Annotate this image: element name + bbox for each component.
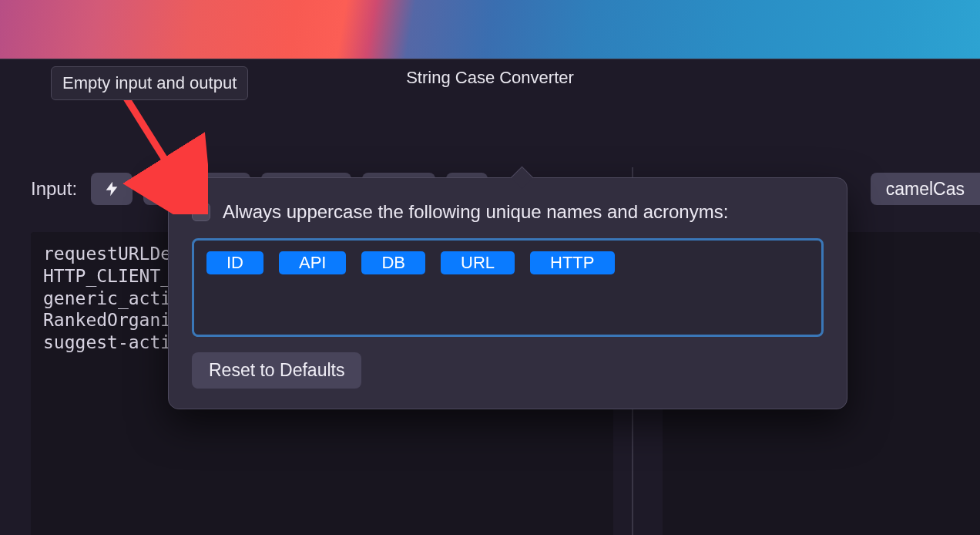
popover-checkbox-row: Always uppercase the following unique na… — [192, 201, 824, 223]
acronym-tag[interactable]: HTTP — [530, 251, 614, 274]
input-line: generic_acti — [43, 288, 171, 308]
window-title: String Case Converter — [406, 68, 574, 88]
always-uppercase-checkbox[interactable] — [192, 203, 210, 221]
desktop-background — [0, 0, 980, 59]
acronym-tag-input[interactable]: ID API DB URL HTTP — [192, 238, 824, 337]
reset-to-defaults-button[interactable]: Reset to Defaults — [192, 352, 361, 389]
tooltip: Empty input and output — [51, 66, 248, 100]
acronym-tag[interactable]: ID — [206, 251, 263, 274]
acronym-tag[interactable]: API — [279, 251, 346, 274]
acronym-tag[interactable]: DB — [361, 251, 425, 274]
bolt-button[interactable] — [91, 173, 133, 205]
bolt-icon — [103, 180, 120, 198]
case-mode-button[interactable]: camelCas — [871, 173, 980, 205]
always-uppercase-label: Always uppercase the following unique na… — [223, 201, 728, 223]
input-line: RankedOrgani — [43, 310, 171, 330]
settings-popover: Always uppercase the following unique na… — [168, 177, 847, 409]
acronym-tag[interactable]: URL — [441, 251, 515, 274]
input-line: HTTP_CLIENT_ — [43, 266, 171, 286]
input-line: requestURLDe — [43, 244, 171, 264]
input-line: suggest-acti — [43, 332, 171, 352]
input-label: Input: — [31, 178, 77, 200]
tooltip-text: Empty input and output — [62, 73, 237, 93]
